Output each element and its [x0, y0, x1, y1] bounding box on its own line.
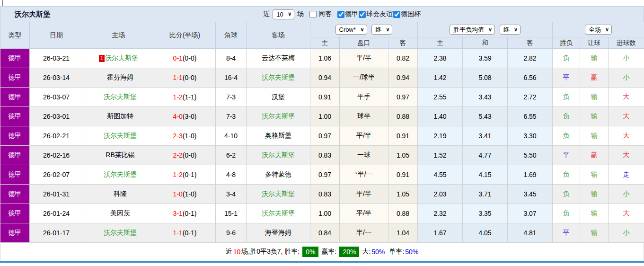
big-pct: 50%	[371, 248, 385, 256]
corners-cell: 8-4	[216, 49, 247, 68]
away-cell: 沃尔夫斯堡	[247, 204, 310, 223]
euro-draw-odds-cell: 3.41	[463, 126, 508, 146]
bookmaker-select[interactable]: Crow*	[335, 25, 367, 35]
col-date: 日期	[30, 22, 83, 49]
handicap-cell: *半/一	[340, 165, 388, 185]
score-cell: 3-1(0-1)	[154, 204, 216, 223]
scope-select[interactable]: 全场	[585, 25, 612, 35]
home-cell: 沃尔夫斯堡	[83, 165, 154, 185]
top-strip	[0, 0, 644, 6]
col-asian-away: 客	[388, 37, 418, 49]
goals-result-cell: 大	[609, 146, 644, 165]
date-cell: 26-01-24	[30, 204, 83, 223]
league-cell: 德甲	[0, 204, 30, 223]
handicap-result-cell: 赢	[580, 146, 609, 165]
handicap-result-cell: 输	[580, 126, 609, 146]
col-euro-away: 客	[508, 37, 553, 49]
date-cell: 26-03-01	[30, 107, 83, 126]
home-cell: 美因茨	[83, 204, 154, 223]
handicap-win-label: 赢率:	[321, 248, 336, 256]
asian-away-odds-cell: 0.94	[388, 68, 418, 88]
league-cell: 德甲	[0, 49, 30, 68]
euro-away-odds-cell: 3.45	[508, 185, 553, 204]
euro-away-odds-cell: 6.55	[508, 107, 553, 126]
asian-odds-time-select[interactable]: 终	[371, 25, 392, 35]
filter-club-friendly-checkbox[interactable]	[359, 11, 366, 18]
europe-odds-time-select[interactable]: 终	[500, 25, 520, 35]
score-cell: 2-3(1-0)	[154, 126, 216, 146]
date-cell: 26-03-21	[30, 49, 83, 68]
asian-home-odds-cell: 1.06	[310, 49, 340, 68]
corners-cell: 4-10	[216, 126, 247, 146]
euro-draw-odds-cell: 5.08	[463, 68, 508, 88]
handicap-cell: 平/半	[340, 49, 388, 68]
asian-away-odds-cell: 0.88	[388, 204, 418, 223]
halftime-score: (0-0)	[183, 54, 197, 62]
league-cell: 德甲	[0, 165, 30, 185]
col-away: 客场	[247, 22, 310, 49]
fulltime-score: 1-1	[173, 229, 183, 237]
handicap-line: 平/半	[356, 54, 371, 62]
away-team: 沃尔夫斯堡	[262, 73, 295, 81]
euro-home-odds-cell: 1.40	[418, 107, 463, 126]
goals-result-cell: 大	[609, 126, 644, 146]
date-cell: 26-01-17	[30, 223, 83, 243]
win-rate-badge: 0%	[302, 247, 318, 257]
euro-draw-odds-cell: 3.43	[463, 88, 508, 107]
euro-home-odds-cell: 2.55	[418, 88, 463, 107]
page-edge-line	[2, 0, 3, 6]
single-label: 单率:	[389, 248, 404, 256]
filter-german-cup-label: 德国杯	[401, 10, 421, 18]
asian-home-odds-cell: 0.83	[310, 146, 340, 165]
away-team: 沃尔夫斯堡	[262, 209, 295, 217]
euro-home-odds-cell: 2.38	[418, 49, 463, 68]
euro-away-odds-cell: 2.72	[508, 88, 553, 107]
col-home: 主场	[83, 22, 154, 49]
handicap-cell: 平/半	[340, 126, 388, 146]
away-cell: 沃尔夫斯堡	[247, 185, 310, 204]
goals-result-cell: 大	[609, 107, 644, 126]
league-cell: 德甲	[0, 126, 30, 146]
handicap-line: 半/一	[358, 170, 373, 178]
halftime-score: (0-0)	[183, 151, 197, 159]
big-label: 大:	[362, 248, 371, 256]
same-venue-checkbox[interactable]	[309, 11, 317, 18]
handicap-cell: 半/一	[340, 223, 388, 243]
handicap-result-cell: 输	[580, 165, 609, 185]
score-cell: 1-2(0-1)	[154, 165, 216, 185]
euro-draw-odds-cell: 3.71	[463, 185, 508, 204]
goals-result-cell: 小	[609, 49, 644, 68]
home-team: 美因茨	[110, 209, 130, 217]
europe-odds-source-select[interactable]: 胜平负均值	[450, 25, 495, 35]
euro-draw-odds-cell: 4.05	[463, 223, 508, 243]
filter-club-friendly-label: 球会友谊	[366, 10, 393, 18]
euro-home-odds-cell: 1.52	[418, 146, 463, 165]
corners-cell: 3-4	[216, 185, 247, 204]
asian-away-odds-cell: 1.04	[388, 223, 418, 243]
away-cell: 沃尔夫斯堡	[247, 107, 310, 126]
away-cell: 汉堡	[247, 88, 310, 107]
date-cell: 26-02-21	[30, 126, 83, 146]
home-cell: 1沃尔夫斯堡	[83, 49, 154, 68]
col-asian-home: 主	[310, 37, 340, 49]
fulltime-score: 1-2	[173, 171, 183, 178]
result-cell: 负	[553, 126, 580, 146]
result-cell: 负	[553, 185, 580, 204]
home-cell: 沃尔夫斯堡	[83, 88, 154, 107]
asian-home-odds-cell: 1.00	[310, 204, 340, 223]
away-cell: 多特蒙德	[247, 165, 310, 185]
filter-german-cup-checkbox[interactable]	[393, 11, 400, 18]
home-cell: 沃尔夫斯堡	[83, 126, 154, 146]
asian-away-odds-cell: 1.05	[388, 146, 418, 165]
handicap-result-cell: 输	[580, 223, 609, 243]
match-row: 德甲 26-02-16 RB莱比锡 2-2(0-0) 6-2 沃尔夫斯堡 0.8…	[0, 146, 644, 165]
corners-cell: 6-2	[216, 146, 247, 165]
recent-count-select[interactable]: 10	[273, 9, 294, 19]
col-score: 比分(半场)	[154, 22, 216, 49]
filter-bundesliga-checkbox[interactable]	[337, 11, 344, 18]
handicap-win-badge: 20%	[339, 247, 359, 257]
corners-cell: 4-8	[216, 165, 247, 185]
league-cell: 德甲	[0, 68, 30, 88]
away-cell: 云达不莱梅	[247, 49, 310, 68]
col-euro-home: 主	[418, 37, 463, 49]
